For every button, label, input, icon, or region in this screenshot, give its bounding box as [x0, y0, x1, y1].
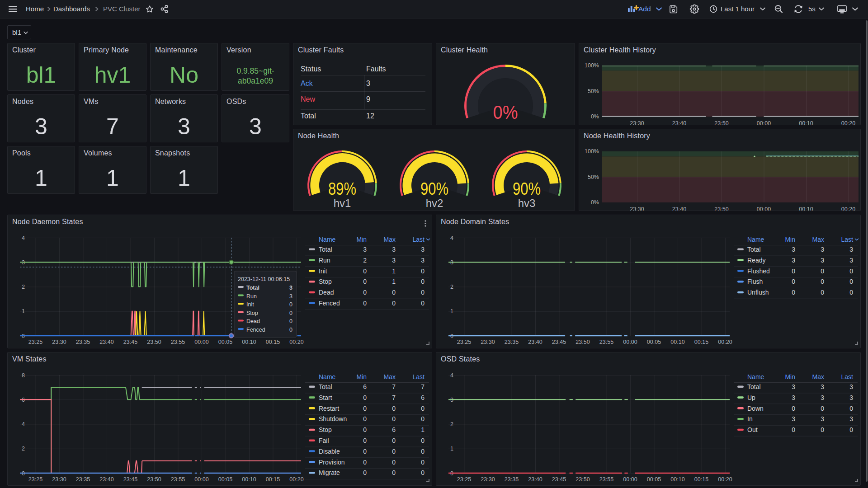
svg-text:Total: Total	[319, 383, 332, 390]
svg-text:0: 0	[363, 469, 367, 476]
svg-text:Last: Last	[413, 236, 425, 243]
svg-text:23:50: 23:50	[576, 476, 590, 483]
svg-text:Init: Init	[246, 301, 254, 308]
svg-text:0: 0	[849, 405, 853, 412]
svg-text:0: 0	[392, 415, 396, 422]
svg-text:Dead: Dead	[246, 318, 260, 324]
svg-text:Stop: Stop	[319, 426, 332, 433]
svg-text:23:50: 23:50	[714, 120, 728, 125]
svg-text:0: 0	[363, 437, 367, 444]
svg-text:0: 0	[363, 394, 367, 401]
svg-text:Name: Name	[747, 236, 764, 243]
svg-text:00:20: 00:20	[841, 120, 855, 125]
svg-text:0: 0	[821, 267, 824, 275]
svg-text:Unflush: Unflush	[747, 289, 769, 296]
svg-text:23:30: 23:30	[52, 339, 66, 345]
svg-text:0: 0	[821, 289, 824, 296]
svg-text:Flush: Flush	[747, 278, 763, 285]
svg-text:4: 4	[22, 235, 25, 241]
svg-text:00:20: 00:20	[841, 206, 855, 211]
svg-text:3: 3	[392, 246, 396, 253]
svg-text:1: 1	[450, 308, 453, 314]
svg-text:00:15: 00:15	[266, 339, 280, 345]
svg-text:Last: Last	[841, 373, 854, 380]
svg-text:Min: Min	[785, 373, 795, 380]
svg-text:0: 0	[392, 405, 396, 412]
svg-text:23:40: 23:40	[528, 476, 542, 483]
svg-text:0: 0	[792, 289, 795, 296]
svg-text:00:10: 00:10	[242, 339, 256, 345]
svg-text:00:05: 00:05	[647, 476, 661, 483]
svg-text:23:55: 23:55	[599, 476, 613, 483]
svg-text:89%: 89%	[328, 179, 356, 198]
svg-text:0: 0	[392, 469, 396, 476]
svg-text:Name: Name	[319, 373, 336, 380]
svg-text:3: 3	[821, 415, 824, 422]
svg-text:3: 3	[792, 257, 795, 264]
svg-text:4: 4	[450, 372, 453, 379]
svg-text:90%: 90%	[420, 179, 448, 198]
svg-text:Down: Down	[747, 405, 764, 412]
svg-text:Name: Name	[319, 236, 336, 243]
svg-text:1: 1	[450, 446, 453, 452]
svg-text:Ready: Ready	[747, 257, 765, 264]
svg-text:2: 2	[22, 446, 25, 452]
svg-text:Min: Min	[356, 373, 367, 380]
svg-text:hv2: hv2	[426, 197, 443, 209]
svg-text:Up: Up	[747, 394, 755, 401]
svg-text:Total: Total	[747, 383, 761, 390]
svg-text:23:25: 23:25	[457, 476, 471, 483]
svg-text:0: 0	[849, 267, 853, 275]
svg-text:Shutdown: Shutdown	[319, 415, 347, 422]
svg-text:Out: Out	[747, 426, 758, 433]
svg-text:3: 3	[821, 257, 824, 264]
svg-text:Fenced: Fenced	[319, 300, 340, 307]
svg-text:23:45: 23:45	[123, 339, 137, 345]
svg-text:Min: Min	[785, 236, 795, 243]
svg-text:3: 3	[821, 394, 824, 401]
svg-text:2023-12-11 00:06:15: 2023-12-11 00:06:15	[238, 276, 290, 282]
svg-text:23:45: 23:45	[552, 476, 566, 483]
svg-text:23:50: 23:50	[714, 206, 728, 211]
svg-text:Migrate: Migrate	[319, 469, 340, 476]
svg-text:hv1: hv1	[334, 197, 351, 209]
svg-text:3: 3	[392, 257, 396, 264]
svg-text:3: 3	[289, 285, 292, 291]
svg-text:90%: 90%	[513, 179, 541, 198]
svg-text:23:45: 23:45	[123, 476, 137, 483]
svg-text:0: 0	[289, 310, 292, 316]
svg-text:0: 0	[821, 278, 824, 285]
svg-text:0: 0	[792, 426, 795, 433]
svg-text:0: 0	[421, 267, 425, 275]
svg-text:23:40: 23:40	[99, 339, 113, 345]
svg-text:3: 3	[421, 246, 425, 253]
svg-text:Min: Min	[356, 236, 367, 243]
svg-text:Last: Last	[841, 236, 854, 243]
svg-text:6: 6	[421, 394, 425, 401]
svg-text:0: 0	[421, 278, 425, 285]
svg-text:Total: Total	[319, 246, 332, 253]
svg-text:0: 0	[289, 318, 292, 324]
svg-text:23:45: 23:45	[552, 339, 566, 345]
svg-text:00:15: 00:15	[266, 476, 280, 483]
svg-text:hv3: hv3	[518, 197, 536, 209]
svg-text:50%: 50%	[588, 174, 599, 180]
svg-text:Run: Run	[319, 257, 330, 264]
svg-text:Max: Max	[812, 373, 824, 380]
svg-text:Start: Start	[319, 394, 332, 401]
svg-text:2: 2	[450, 421, 453, 427]
svg-text:2: 2	[22, 284, 25, 290]
svg-text:0: 0	[421, 469, 425, 476]
svg-text:3: 3	[849, 257, 853, 264]
svg-text:23:55: 23:55	[171, 476, 185, 483]
svg-text:3: 3	[792, 246, 795, 253]
svg-text:23:30: 23:30	[481, 476, 495, 483]
svg-text:2: 2	[363, 257, 367, 264]
svg-text:0: 0	[821, 405, 824, 412]
svg-text:0: 0	[363, 459, 367, 466]
svg-text:Stop: Stop	[319, 278, 332, 285]
svg-text:0: 0	[421, 415, 425, 422]
svg-text:0: 0	[392, 289, 396, 296]
svg-text:Max: Max	[384, 373, 396, 380]
svg-text:0: 0	[421, 405, 425, 412]
